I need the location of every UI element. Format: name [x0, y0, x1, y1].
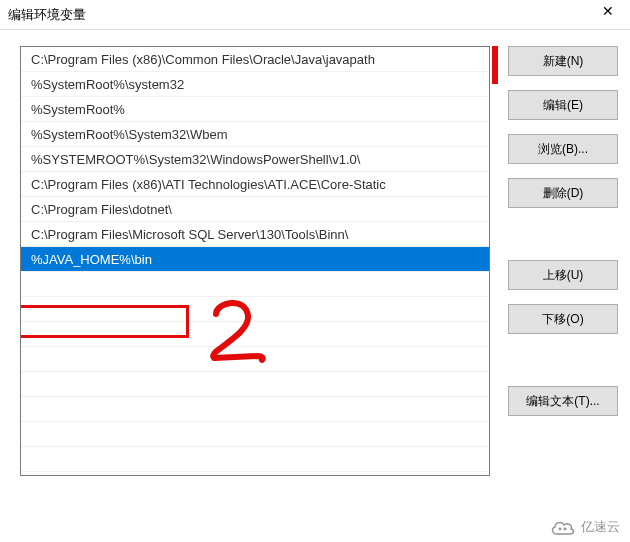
list-item[interactable]: C:\Program Files\Microsoft SQL Server\13…	[21, 222, 489, 247]
svg-point-1	[564, 528, 567, 531]
new-button[interactable]: 新建(N)	[508, 46, 618, 76]
empty-row	[21, 272, 489, 297]
side-buttons: 新建(N) 编辑(E) 浏览(B)... 删除(D) 上移(U) 下移(O) 编…	[508, 46, 618, 530]
title-bar: 编辑环境变量 ✕	[0, 0, 630, 30]
dialog-content: C:\Program Files (x86)\Common Files\Orac…	[0, 30, 630, 542]
list-item[interactable]: %SystemRoot%	[21, 97, 489, 122]
cloud-icon	[550, 518, 576, 536]
empty-row	[21, 297, 489, 322]
spacer	[508, 348, 618, 372]
list-item[interactable]: %SystemRoot%\system32	[21, 72, 489, 97]
window-title: 编辑环境变量	[8, 6, 86, 24]
list-item[interactable]: %SYSTEMROOT%\System32\WindowsPowerShell\…	[21, 147, 489, 172]
close-icon[interactable]: ✕	[594, 4, 622, 26]
empty-row	[21, 322, 489, 347]
list-item-selected[interactable]: %JAVA_HOME%\bin	[21, 247, 489, 272]
delete-button[interactable]: 删除(D)	[508, 178, 618, 208]
edittext-button[interactable]: 编辑文本(T)...	[508, 386, 618, 416]
spacer	[508, 222, 618, 246]
list-item[interactable]: C:\Program Files\dotnet\	[21, 197, 489, 222]
empty-row	[21, 422, 489, 447]
empty-row	[21, 447, 489, 472]
highlight-newbtn-annot	[492, 46, 498, 84]
list-item[interactable]: C:\Program Files (x86)\ATI Technologies\…	[21, 172, 489, 197]
movedown-button[interactable]: 下移(O)	[508, 304, 618, 334]
list-item[interactable]: %SystemRoot%\System32\Wbem	[21, 122, 489, 147]
moveup-button[interactable]: 上移(U)	[508, 260, 618, 290]
path-listbox[interactable]: C:\Program Files (x86)\Common Files\Orac…	[20, 46, 490, 476]
list-item[interactable]: C:\Program Files (x86)\Common Files\Orac…	[21, 47, 489, 72]
watermark-text: 亿速云	[581, 518, 620, 536]
empty-row	[21, 372, 489, 397]
edit-button[interactable]: 编辑(E)	[508, 90, 618, 120]
browse-button[interactable]: 浏览(B)...	[508, 134, 618, 164]
watermark: 亿速云	[550, 518, 620, 536]
empty-rows	[21, 272, 489, 475]
svg-point-0	[559, 528, 562, 531]
empty-row	[21, 347, 489, 372]
empty-row	[21, 397, 489, 422]
